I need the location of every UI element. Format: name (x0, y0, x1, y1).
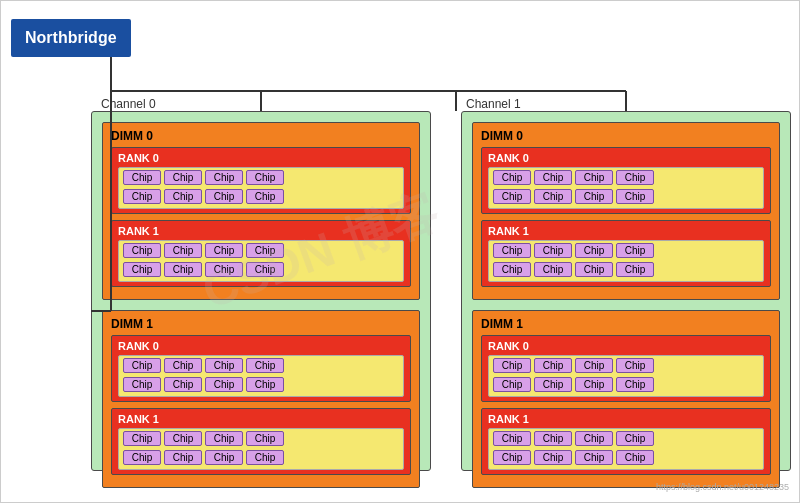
chip: Chip (493, 262, 531, 277)
chip: Chip (575, 358, 613, 373)
chip: Chip (534, 431, 572, 446)
chip: Chip (205, 189, 243, 204)
chip: Chip (493, 243, 531, 258)
chip-row: Chip Chip Chip Chip (493, 170, 759, 185)
channel-0-dimm-0-rank-0-label: RANK 0 (118, 152, 404, 164)
chip-row: Chip Chip Chip Chip (493, 450, 759, 465)
chip-row: Chip Chip Chip Chip (123, 358, 399, 373)
chip: Chip (246, 170, 284, 185)
chip: Chip (493, 377, 531, 392)
chip-row: Chip Chip Chip Chip (493, 431, 759, 446)
channel-1-dimm-1: DIMM 1 RANK 0 Chip Chip Chip Chip Chip C… (472, 310, 780, 488)
channel-0-dimm-0-rank-1-label: RANK 1 (118, 225, 404, 237)
channel-1-dimm-0-rank-0-label: RANK 0 (488, 152, 764, 164)
chip: Chip (123, 431, 161, 446)
channel-1-dimm-1-rank-1-label: RANK 1 (488, 413, 764, 425)
channel-0-dimm-1-label: DIMM 1 (111, 317, 411, 331)
channel-0-dimm-1-rank-0-label: RANK 0 (118, 340, 404, 352)
chip: Chip (616, 450, 654, 465)
channel-1-dimm-0-rank-0: RANK 0 Chip Chip Chip Chip Chip Chip Chi… (481, 147, 771, 214)
channel-1-dimm-1-rank-0-label: RANK 0 (488, 340, 764, 352)
chip: Chip (534, 170, 572, 185)
chip: Chip (246, 262, 284, 277)
chip: Chip (616, 189, 654, 204)
url-watermark: https://blog.csdn.net/u001248235 (656, 482, 789, 492)
chip: Chip (575, 243, 613, 258)
chip-row: Chip Chip Chip Chip (123, 262, 399, 277)
chip: Chip (246, 377, 284, 392)
chip-row: Chip Chip Chip Chip (123, 450, 399, 465)
channel-1-dimm-0-label: DIMM 0 (481, 129, 771, 143)
chip: Chip (164, 243, 202, 258)
channel-1-dimm-1-rank-1: RANK 1 Chip Chip Chip Chip Chip Chip Chi… (481, 408, 771, 475)
chip: Chip (164, 358, 202, 373)
chip-row: Chip Chip Chip Chip (123, 377, 399, 392)
channel-1-label: Channel 1 (466, 97, 521, 111)
chip: Chip (123, 262, 161, 277)
northbridge-box: Northbridge (11, 19, 131, 57)
chip: Chip (205, 431, 243, 446)
chip-row: Chip Chip Chip Chip (493, 377, 759, 392)
chip-row: Chip Chip Chip Chip (493, 243, 759, 258)
chip: Chip (493, 450, 531, 465)
chip-row: Chip Chip Chip Chip (493, 189, 759, 204)
chip: Chip (534, 377, 572, 392)
chip: Chip (205, 377, 243, 392)
channel-0-dimm-0-rank-1: RANK 1 Chip Chip Chip Chip Chip Chip Chi… (111, 220, 411, 287)
main-container: CSDN 博客 Northbridge Channel 0 Channel 1 … (0, 0, 800, 503)
chip: Chip (246, 243, 284, 258)
chip: Chip (534, 189, 572, 204)
chip: Chip (205, 243, 243, 258)
chip: Chip (164, 431, 202, 446)
chip: Chip (205, 358, 243, 373)
chip-row: Chip Chip Chip Chip (123, 170, 399, 185)
chip: Chip (164, 262, 202, 277)
chip-row: Chip Chip Chip Chip (493, 262, 759, 277)
chip: Chip (534, 358, 572, 373)
chip: Chip (575, 262, 613, 277)
chip: Chip (575, 189, 613, 204)
chip: Chip (493, 358, 531, 373)
channel-0-dimm-1-rank-0: RANK 0 Chip Chip Chip Chip Chip Chip Chi… (111, 335, 411, 402)
chip-grid: Chip Chip Chip Chip Chip Chip Chip Chip (488, 167, 764, 209)
channel-0-dimm-0-rank-0: RANK 0 Chip Chip Chip Chip Chip Chip Chi… (111, 147, 411, 214)
channel-0-container: DIMM 0 RANK 0 Chip Chip Chip Chip Chip C… (91, 111, 431, 471)
chip-grid: Chip Chip Chip Chip Chip Chip Chip Chip (118, 355, 404, 397)
chip: Chip (123, 189, 161, 204)
chip-grid: Chip Chip Chip Chip Chip Chip Chip Chip (488, 355, 764, 397)
chip: Chip (123, 170, 161, 185)
chip: Chip (575, 450, 613, 465)
chip: Chip (123, 243, 161, 258)
channel-1-dimm-0-rank-1: RANK 1 Chip Chip Chip Chip Chip Chip Chi… (481, 220, 771, 287)
channel-0-dimm-1: DIMM 1 RANK 0 Chip Chip Chip Chip Chip C… (102, 310, 420, 488)
chip: Chip (616, 431, 654, 446)
chip-grid: Chip Chip Chip Chip Chip Chip Chip Chip (118, 240, 404, 282)
chip-grid: Chip Chip Chip Chip Chip Chip Chip Chip (488, 240, 764, 282)
channel-1-dimm-1-label: DIMM 1 (481, 317, 771, 331)
chip: Chip (616, 377, 654, 392)
chip-row: Chip Chip Chip Chip (123, 431, 399, 446)
chip: Chip (164, 189, 202, 204)
chip: Chip (246, 189, 284, 204)
chip: Chip (246, 431, 284, 446)
channel-0-dimm-1-rank-1-label: RANK 1 (118, 413, 404, 425)
chip-grid: Chip Chip Chip Chip Chip Chip Chip Chip (488, 428, 764, 470)
chip-row: Chip Chip Chip Chip (493, 358, 759, 373)
chip: Chip (493, 431, 531, 446)
chip: Chip (205, 262, 243, 277)
chip-row: Chip Chip Chip Chip (123, 243, 399, 258)
channel-0-label: Channel 0 (101, 97, 156, 111)
chip: Chip (123, 358, 161, 373)
chip: Chip (616, 262, 654, 277)
chip: Chip (205, 450, 243, 465)
chip: Chip (616, 358, 654, 373)
chip: Chip (123, 377, 161, 392)
chip: Chip (246, 450, 284, 465)
chip: Chip (575, 431, 613, 446)
chip: Chip (616, 243, 654, 258)
channel-1-dimm-0-rank-1-label: RANK 1 (488, 225, 764, 237)
chip: Chip (164, 450, 202, 465)
chip: Chip (164, 377, 202, 392)
chip-grid: Chip Chip Chip Chip Chip Chip Chip Chip (118, 167, 404, 209)
chip: Chip (205, 170, 243, 185)
